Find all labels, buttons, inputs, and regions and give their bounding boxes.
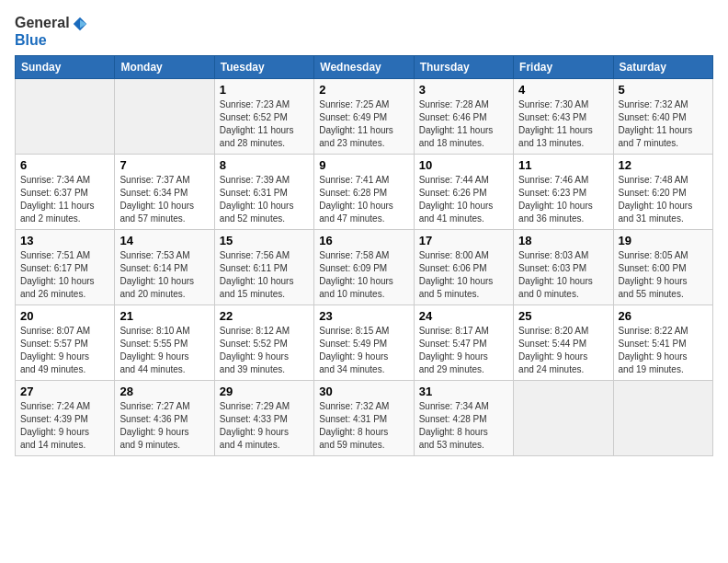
- day-number: 25: [518, 309, 608, 323]
- calendar-row-3: 20Sunrise: 8:07 AM Sunset: 5:57 PM Dayli…: [16, 305, 713, 381]
- day-number: 31: [419, 385, 508, 398]
- logo: General Blue: [15, 15, 88, 48]
- day-info: Sunrise: 8:20 AM Sunset: 5:44 PM Dayligh…: [518, 325, 608, 376]
- calendar-row-2: 13Sunrise: 7:51 AM Sunset: 6:17 PM Dayli…: [16, 230, 713, 305]
- logo-text: General Blue: [15, 15, 88, 48]
- calendar-cell: 28Sunrise: 7:27 AM Sunset: 4:36 PM Dayli…: [115, 381, 214, 456]
- day-info: Sunrise: 7:51 AM Sunset: 6:17 PM Dayligh…: [20, 249, 109, 301]
- day-number: 27: [20, 385, 109, 398]
- day-number: 2: [319, 83, 408, 97]
- calendar-cell: 12Sunrise: 7:48 AM Sunset: 6:20 PM Dayli…: [613, 155, 712, 230]
- weekday-header-saturday: Saturday: [613, 56, 712, 79]
- day-number: 29: [220, 385, 309, 398]
- day-number: 5: [619, 83, 708, 97]
- day-number: 6: [20, 158, 109, 172]
- day-info: Sunrise: 7:34 AM Sunset: 6:37 PM Dayligh…: [20, 174, 109, 225]
- calendar-cell: 20Sunrise: 8:07 AM Sunset: 5:57 PM Dayli…: [16, 305, 115, 381]
- calendar-cell: 31Sunrise: 7:34 AM Sunset: 4:28 PM Dayli…: [414, 381, 513, 456]
- calendar-cell: 11Sunrise: 7:46 AM Sunset: 6:23 PM Dayli…: [514, 155, 613, 230]
- calendar-cell: 21Sunrise: 8:10 AM Sunset: 5:55 PM Dayli…: [115, 305, 214, 381]
- calendar-cell: 3Sunrise: 7:28 AM Sunset: 6:46 PM Daylig…: [414, 79, 513, 155]
- day-number: 22: [220, 309, 309, 323]
- day-number: 8: [220, 158, 309, 172]
- day-info: Sunrise: 8:00 AM Sunset: 6:06 PM Dayligh…: [419, 249, 508, 301]
- calendar-table: SundayMondayTuesdayWednesdayThursdayFrid…: [15, 55, 713, 456]
- day-info: Sunrise: 8:05 AM Sunset: 6:00 PM Dayligh…: [619, 249, 708, 301]
- day-number: 13: [20, 234, 109, 247]
- day-number: 24: [419, 309, 508, 323]
- day-info: Sunrise: 7:24 AM Sunset: 4:39 PM Dayligh…: [20, 400, 109, 452]
- day-info: Sunrise: 7:27 AM Sunset: 4:36 PM Dayligh…: [119, 400, 209, 452]
- calendar-cell: 15Sunrise: 7:56 AM Sunset: 6:11 PM Dayli…: [214, 230, 313, 305]
- day-info: Sunrise: 7:32 AM Sunset: 4:31 PM Dayligh…: [319, 400, 408, 452]
- day-info: Sunrise: 7:30 AM Sunset: 6:43 PM Dayligh…: [518, 98, 608, 150]
- weekday-header-wednesday: Wednesday: [314, 56, 414, 79]
- calendar-cell: [514, 381, 613, 456]
- day-number: 9: [319, 158, 408, 172]
- day-info: Sunrise: 8:22 AM Sunset: 5:41 PM Dayligh…: [619, 325, 708, 376]
- day-info: Sunrise: 7:53 AM Sunset: 6:14 PM Dayligh…: [119, 249, 209, 301]
- calendar-row-1: 6Sunrise: 7:34 AM Sunset: 6:37 PM Daylig…: [16, 155, 713, 230]
- calendar-cell: 10Sunrise: 7:44 AM Sunset: 6:26 PM Dayli…: [414, 155, 513, 230]
- day-info: Sunrise: 7:29 AM Sunset: 4:33 PM Dayligh…: [220, 400, 309, 452]
- calendar-cell: 9Sunrise: 7:41 AM Sunset: 6:28 PM Daylig…: [314, 155, 414, 230]
- day-info: Sunrise: 8:17 AM Sunset: 5:47 PM Dayligh…: [419, 325, 508, 376]
- day-info: Sunrise: 8:07 AM Sunset: 5:57 PM Dayligh…: [20, 325, 109, 376]
- calendar-cell: 27Sunrise: 7:24 AM Sunset: 4:39 PM Dayli…: [16, 381, 115, 456]
- calendar-row-0: 1Sunrise: 7:23 AM Sunset: 6:52 PM Daylig…: [16, 79, 713, 155]
- day-info: Sunrise: 8:10 AM Sunset: 5:55 PM Dayligh…: [119, 325, 209, 376]
- weekday-header-row: SundayMondayTuesdayWednesdayThursdayFrid…: [16, 56, 713, 79]
- calendar-cell: 8Sunrise: 7:39 AM Sunset: 6:31 PM Daylig…: [214, 155, 313, 230]
- calendar-cell: 24Sunrise: 8:17 AM Sunset: 5:47 PM Dayli…: [414, 305, 513, 381]
- page-header: General Blue: [15, 15, 713, 48]
- day-number: 23: [319, 309, 408, 323]
- day-info: Sunrise: 7:32 AM Sunset: 6:40 PM Dayligh…: [619, 98, 708, 150]
- day-number: 11: [518, 158, 608, 172]
- day-number: 12: [619, 158, 708, 172]
- day-number: 16: [319, 234, 408, 247]
- calendar-cell: [613, 381, 712, 456]
- day-info: Sunrise: 7:48 AM Sunset: 6:20 PM Dayligh…: [619, 174, 708, 225]
- calendar-cell: 29Sunrise: 7:29 AM Sunset: 4:33 PM Dayli…: [214, 381, 313, 456]
- calendar-cell: 19Sunrise: 8:05 AM Sunset: 6:00 PM Dayli…: [613, 230, 712, 305]
- day-number: 19: [619, 234, 708, 247]
- calendar-cell: 6Sunrise: 7:34 AM Sunset: 6:37 PM Daylig…: [16, 155, 115, 230]
- day-number: 26: [619, 309, 708, 323]
- calendar-cell: 26Sunrise: 8:22 AM Sunset: 5:41 PM Dayli…: [613, 305, 712, 381]
- weekday-header-thursday: Thursday: [414, 56, 513, 79]
- day-number: 30: [319, 385, 408, 398]
- calendar-cell: 30Sunrise: 7:32 AM Sunset: 4:31 PM Dayli…: [314, 381, 414, 456]
- day-number: 3: [419, 83, 508, 97]
- calendar-row-4: 27Sunrise: 7:24 AM Sunset: 4:39 PM Dayli…: [16, 381, 713, 456]
- day-number: 10: [419, 158, 508, 172]
- calendar-cell: [115, 79, 214, 155]
- day-number: 20: [20, 309, 109, 323]
- calendar-cell: 23Sunrise: 8:15 AM Sunset: 5:49 PM Dayli…: [314, 305, 414, 381]
- day-info: Sunrise: 7:37 AM Sunset: 6:34 PM Dayligh…: [119, 174, 209, 225]
- day-info: Sunrise: 8:12 AM Sunset: 5:52 PM Dayligh…: [220, 325, 309, 376]
- day-info: Sunrise: 7:25 AM Sunset: 6:49 PM Dayligh…: [319, 98, 408, 150]
- day-info: Sunrise: 8:15 AM Sunset: 5:49 PM Dayligh…: [319, 325, 408, 376]
- day-number: 4: [518, 83, 608, 97]
- day-info: Sunrise: 7:41 AM Sunset: 6:28 PM Dayligh…: [319, 174, 408, 225]
- calendar-cell: 5Sunrise: 7:32 AM Sunset: 6:40 PM Daylig…: [613, 79, 712, 155]
- weekday-header-friday: Friday: [514, 56, 613, 79]
- calendar-cell: 2Sunrise: 7:25 AM Sunset: 6:49 PM Daylig…: [314, 79, 414, 155]
- calendar-cell: 1Sunrise: 7:23 AM Sunset: 6:52 PM Daylig…: [214, 79, 313, 155]
- calendar-cell: 22Sunrise: 8:12 AM Sunset: 5:52 PM Dayli…: [214, 305, 313, 381]
- calendar-cell: 17Sunrise: 8:00 AM Sunset: 6:06 PM Dayli…: [414, 230, 513, 305]
- day-info: Sunrise: 7:28 AM Sunset: 6:46 PM Dayligh…: [419, 98, 508, 150]
- calendar-cell: 13Sunrise: 7:51 AM Sunset: 6:17 PM Dayli…: [16, 230, 115, 305]
- day-number: 17: [419, 234, 508, 247]
- day-info: Sunrise: 7:23 AM Sunset: 6:52 PM Dayligh…: [220, 98, 309, 150]
- weekday-header-tuesday: Tuesday: [214, 56, 313, 79]
- calendar-cell: 7Sunrise: 7:37 AM Sunset: 6:34 PM Daylig…: [115, 155, 214, 230]
- day-number: 15: [220, 234, 309, 247]
- day-number: 28: [119, 385, 209, 398]
- weekday-header-monday: Monday: [115, 56, 214, 79]
- day-number: 14: [119, 234, 209, 247]
- calendar-cell: 25Sunrise: 8:20 AM Sunset: 5:44 PM Dayli…: [514, 305, 613, 381]
- day-info: Sunrise: 7:34 AM Sunset: 4:28 PM Dayligh…: [419, 400, 508, 452]
- day-number: 21: [119, 309, 209, 323]
- day-number: 1: [220, 83, 309, 97]
